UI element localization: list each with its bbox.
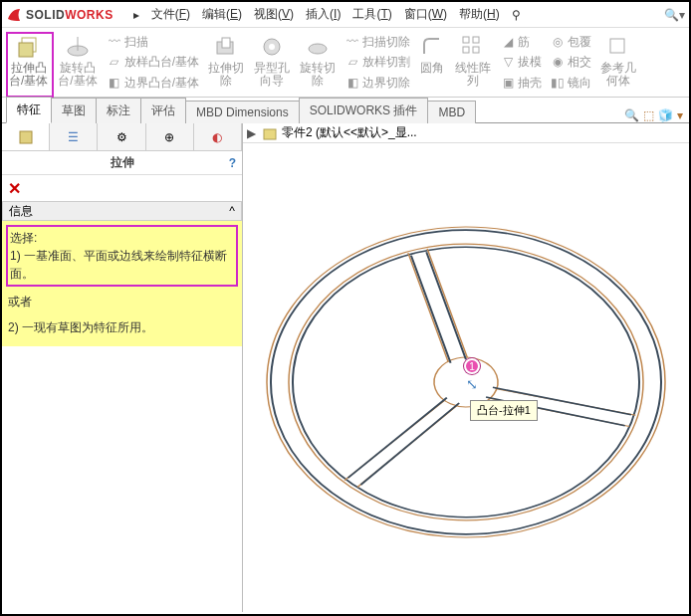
cancel-button[interactable]: ✕ [8,179,21,198]
graphics-viewport[interactable]: ▶ 零件2 (默认<<默认>_显... [243,123,689,612]
boundary-button[interactable]: ◧边界凸台/基体 [104,75,202,93]
reference-geometry-button[interactable]: 参考几何体 [596,32,640,97]
svg-rect-4 [222,38,230,48]
boundary-cut-button[interactable]: ◧边界切除 [342,75,413,93]
menu-edit[interactable]: 编辑(E) [196,6,248,23]
pm-or-label: 或者 [8,293,236,310]
shell-icon: ▣ [500,76,516,92]
feature-tree-icon [17,128,35,146]
svg-rect-12 [610,39,624,53]
svg-rect-13 [20,131,32,143]
tab-annotate[interactable]: 标注 [96,98,141,123]
feature-tooltip: 凸台-拉伸1 [470,400,538,421]
expand-icon[interactable]: ▶ [247,126,256,140]
pattern-icon [460,34,486,60]
loft-cut-button[interactable]: ▱放样切割 [342,54,413,72]
pm-title: 拉伸 ? [2,151,242,175]
pm-section-body: 选择: 1) 一基准面、平面或边线来绘制特征横断面。 或者 2) 一现有草图为特… [2,221,242,346]
svg-rect-14 [264,129,276,139]
sweep-icon: 〰 [107,34,122,50]
svg-point-7 [309,44,327,54]
fillet-button[interactable]: 圆角 [415,32,449,97]
menu-window[interactable]: 窗口(W) [398,6,453,23]
svg-rect-11 [473,47,479,53]
doc-name: 零件2 (默认<<默认>_显... [282,124,417,141]
extrude-cut-icon [213,34,239,60]
appearance-icon: ◐ [212,130,222,144]
pm-tab-config[interactable]: ⚙ [98,123,145,150]
pm-actions: ✕ [2,175,242,201]
property-manager: ☰ ⚙ ⊕ ◐ 拉伸 ? ✕ 信息 ^ 选择: 1) 一基准面、平面或边线来绘制… [2,123,243,612]
draft-icon: ▽ [500,55,516,71]
zoom-area-icon[interactable]: ⬚ [643,108,654,122]
tab-addins[interactable]: SOLIDWORKS 插件 [299,98,429,123]
pm-tab-appearance[interactable]: ◐ [194,123,242,150]
display-style-icon[interactable]: ▾ [677,108,683,122]
sweep-button[interactable]: 〰扫描 [104,33,202,51]
highlight-annotation-2: 选择: 1) 一基准面、平面或边线来绘制特征横断面。 [6,225,238,287]
boundary-cut-icon: ◧ [345,76,360,92]
help-icon[interactable]: ? [229,156,236,170]
tab-mbd-dim[interactable]: MBD Dimensions [185,101,300,123]
boundary-icon: ◧ [107,76,122,92]
search-icon[interactable]: 🔍▾ [664,8,685,22]
intersect-icon: ◉ [550,55,566,71]
pm-option-2: 2) 一现有草图为特征所用。 [8,318,236,336]
pm-tab-dimxpert[interactable]: ⊕ [146,123,194,150]
revolve-cut-icon [305,34,331,60]
pm-tab-feature[interactable] [2,123,50,150]
tab-sketch[interactable]: 草图 [51,98,97,123]
fillet-icon [419,34,445,60]
mirror-button[interactable]: ▮▯镜向 [547,75,594,93]
linear-pattern-button[interactable]: 线性阵列 [451,32,495,97]
highlight-annotation [6,32,54,98]
menu-view[interactable]: 视图(V) [248,6,300,23]
loft-button[interactable]: ▱放样凸台/基体 [104,54,202,72]
tab-evaluate[interactable]: 评估 [140,98,186,123]
origin-icon: ⤡ [466,376,478,392]
pm-tabs: ☰ ⚙ ⊕ ◐ [2,123,242,151]
menu-help[interactable]: 帮助(H) [453,6,506,23]
property-icon: ☰ [68,130,79,144]
tab-features[interactable]: 特征 [6,97,52,123]
refgeom-icon [605,34,631,60]
view-toolbar: 🔍 ⬚ 🧊 ▾ [624,108,689,122]
intersect-button[interactable]: ◉相交 [547,54,594,72]
pm-option-1: 1) 一基准面、平面或边线来绘制特征横断面。 [10,247,234,283]
pm-section-header[interactable]: 信息 ^ [2,201,242,221]
menu-pin-icon[interactable]: ⚲ [506,8,527,22]
svg-rect-8 [463,37,469,43]
menu-insert[interactable]: 插入(I) [300,6,346,23]
view-orient-icon[interactable]: 🧊 [658,108,673,122]
svg-rect-9 [473,37,479,43]
extrude-cut-button[interactable]: 拉伸切除 [204,32,248,97]
menu-bar: SOLIDWORKS ▸ 文件(F) 编辑(E) 视图(V) 插入(I) 工具(… [2,2,689,28]
hole-wizard-button[interactable]: 异型孔向导 [250,32,294,97]
loft-icon: ▱ [107,55,122,71]
svg-rect-10 [463,47,469,53]
rib-button[interactable]: ◢筋 [497,33,545,51]
work-area: ☰ ⚙ ⊕ ◐ 拉伸 ? ✕ 信息 ^ 选择: 1) 一基准面、平面或边线来绘制… [2,123,689,612]
config-icon: ⚙ [116,130,127,144]
ribbon: 拉伸凸台/基体 旋转凸台/基体 〰扫描 ▱放样凸台/基体 ◧边界凸台/基体 拉伸… [2,28,689,98]
pm-tab-property[interactable]: ☰ [50,123,98,150]
app-logo-icon [6,7,22,23]
menu-file[interactable]: 文件(F) [145,6,196,23]
rib-icon: ◢ [500,34,516,50]
wrap-button[interactable]: ◎包覆 [547,33,594,51]
collapse-icon: ^ [229,204,235,218]
wrap-icon: ◎ [550,34,566,50]
menu-tools[interactable]: 工具(T) [346,6,397,23]
zoom-fit-icon[interactable]: 🔍 [624,108,639,122]
revolve-icon [65,34,91,60]
tab-mbd[interactable]: MBD [427,101,476,123]
selection-badge: 1 [464,358,480,374]
sweep-cut-button[interactable]: 〰扫描切除 [342,33,413,51]
draft-button[interactable]: ▽拔模 [497,54,545,72]
sep-icon: ▸ [127,8,145,22]
command-tabs: 特征 草图 标注 评估 MBD Dimensions SOLIDWORKS 插件… [2,98,689,123]
revolve-cut-button[interactable]: 旋转切除 [296,32,340,97]
shell-button[interactable]: ▣抽壳 [497,75,545,93]
breadcrumb: ▶ 零件2 (默认<<默认>_显... [243,123,689,143]
revolve-boss-button[interactable]: 旋转凸台/基体 [54,32,101,97]
